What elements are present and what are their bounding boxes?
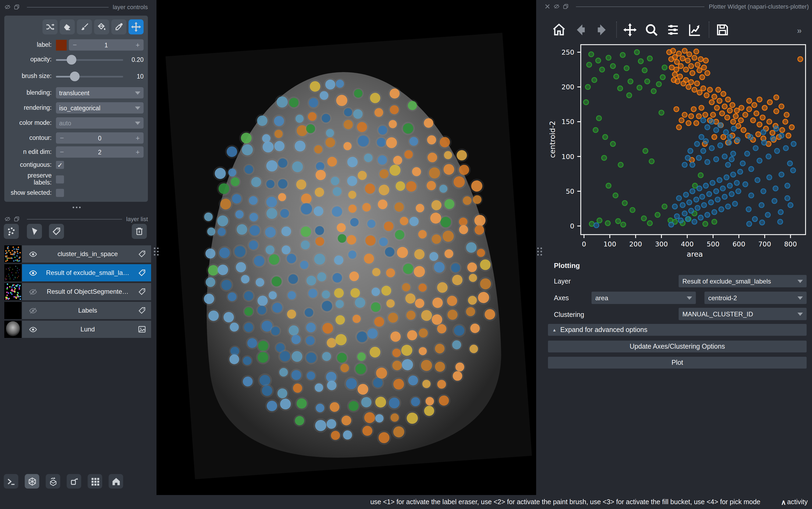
color-mode-label: color mode: — [9, 120, 51, 127]
close-icon[interactable] — [544, 3, 551, 10]
layer-row-labels[interactable]: Labels — [4, 302, 151, 319]
fill-bucket-button[interactable] — [94, 20, 109, 34]
delete-layer-button[interactable] — [132, 224, 147, 239]
expand-advanced-options[interactable]: ▲ Expand for advanced options — [548, 324, 807, 336]
float-dock-icon[interactable] — [13, 4, 20, 10]
activity-button[interactable]: ∧activity — [781, 498, 808, 506]
label-row: label: − 1 + — [9, 39, 144, 50]
labels-tag-icon — [138, 250, 146, 258]
hide-dock-icon[interactable] — [553, 3, 560, 10]
show-selected-checkbox[interactable] — [56, 189, 64, 197]
layer-row-exclude-small-labels[interactable]: Result of exclude_small_la… — [4, 264, 151, 281]
update-axes-clustering-button[interactable]: Update Axes/Clustering Options — [548, 341, 807, 352]
n-edit-dim-spinbox[interactable]: − 2 + — [56, 146, 144, 158]
label-decrement[interactable]: − — [69, 41, 81, 49]
contiguous-checkbox[interactable]: ✓ — [56, 161, 64, 169]
erase-label-button[interactable] — [60, 20, 75, 34]
contour-value[interactable]: 0 — [68, 135, 132, 141]
labels-tools-row — [9, 20, 144, 34]
rendering-dropdown[interactable]: iso_categorical — [56, 102, 144, 113]
layer-name: Labels — [38, 307, 138, 314]
paint-brush-button[interactable] — [77, 20, 92, 34]
mpl-back-button[interactable] — [573, 23, 588, 37]
toolbar-overflow-chevron[interactable]: » — [797, 26, 802, 35]
mpl-subplots-button[interactable] — [666, 23, 680, 37]
mpl-home-button[interactable] — [552, 23, 566, 37]
scatter-plot-canvas[interactable]: 0100200300400500600700800050100150200250… — [543, 42, 812, 258]
pan-zoom-button[interactable] — [128, 20, 144, 34]
layer-select-dropdown[interactable]: Result of exclude_small_labels — [679, 275, 807, 287]
visibility-eye-icon[interactable] — [29, 325, 38, 334]
label-increment[interactable]: + — [132, 41, 144, 49]
label-color-swatch[interactable] — [56, 39, 67, 50]
dock-drag-handle[interactable] — [154, 247, 159, 256]
contour-decrement[interactable]: − — [56, 134, 68, 142]
n-edit-dim-decrement[interactable]: − — [56, 148, 68, 156]
svg-text:100: 100 — [561, 153, 574, 161]
mpl-zoom-button[interactable] — [644, 23, 659, 37]
n-edit-dim-row: n edit dim: − 2 + — [9, 146, 144, 158]
n-edit-dim-value[interactable]: 2 — [68, 149, 132, 155]
label-value[interactable]: 1 — [81, 42, 132, 48]
contour-increment[interactable]: + — [132, 134, 144, 142]
layer-row-lund[interactable]: Lund — [4, 321, 151, 338]
mpl-pan-button[interactable] — [623, 23, 637, 37]
visibility-eye-icon[interactable] — [29, 268, 38, 277]
n-edit-dim-increment[interactable]: + — [132, 148, 144, 156]
dock-splitter-handle[interactable] — [73, 207, 81, 208]
preserve-labels-checkbox[interactable] — [56, 175, 64, 183]
mpl-forward-button[interactable] — [595, 23, 609, 37]
roll-dimensions-button[interactable] — [46, 474, 60, 488]
plotter-dock-header: Plotter Widget (napari-clusters-plotter) — [544, 3, 809, 10]
label-spinbox[interactable]: − 1 + — [69, 39, 144, 50]
brush-size-row: brush size: 10 — [9, 71, 144, 82]
contour-spinbox[interactable]: − 0 + — [56, 132, 144, 144]
layer-row-cluster-ids[interactable]: cluster_ids_in_space — [4, 245, 151, 263]
grid-view-button[interactable] — [88, 474, 102, 488]
mpl-customize-button[interactable] — [687, 23, 702, 37]
hide-dock-icon[interactable] — [4, 4, 11, 10]
svg-text:200: 200 — [629, 240, 642, 248]
viewer-canvas[interactable] — [156, 0, 536, 495]
color-picker-button[interactable] — [111, 20, 126, 34]
blending-dropdown[interactable]: translucent — [56, 87, 144, 98]
opacity-slider[interactable] — [56, 54, 123, 65]
layer-thumbnail — [4, 245, 22, 263]
toolbar-separator — [709, 22, 709, 38]
brush-size-slider[interactable] — [56, 71, 123, 82]
new-shapes-layer-button[interactable] — [27, 224, 42, 239]
clustering-dropdown[interactable]: MANUAL_CLUSTER_ID — [679, 308, 807, 320]
transpose-dimensions-button[interactable] — [67, 474, 81, 488]
status-bar: use <1> for activate the label eraser, u… — [0, 495, 812, 509]
x-axis-dropdown[interactable]: area — [592, 292, 696, 304]
shuffle-colors-button[interactable] — [42, 20, 58, 34]
float-dock-icon[interactable] — [13, 216, 20, 222]
svg-text:50: 50 — [566, 188, 574, 195]
reset-view-home-button[interactable] — [109, 474, 123, 488]
contour-label: contour: — [9, 135, 51, 141]
blending-label: blending: — [9, 89, 51, 96]
layer-row-object-segmented[interactable]: Result of ObjectSegmente… — [4, 283, 151, 300]
preserve-labels-label: preserve labels: — [9, 172, 51, 186]
hide-dock-icon[interactable] — [4, 216, 11, 222]
plot-button[interactable]: Plot — [548, 357, 807, 369]
visibility-eye-slash-icon[interactable] — [29, 306, 38, 315]
tag-icon — [51, 227, 61, 236]
new-labels-layer-button[interactable] — [49, 224, 64, 239]
opacity-label: opacity: — [9, 56, 51, 63]
visibility-eye-icon[interactable] — [29, 249, 38, 259]
toggle-ndisplay-button[interactable] — [25, 474, 39, 488]
mpl-save-button[interactable] — [715, 23, 730, 37]
svg-text:250: 250 — [561, 48, 574, 56]
y-axis-dropdown[interactable]: centroid-2 — [704, 292, 807, 304]
sample-image — [156, 0, 536, 495]
contiguous-label: contiguous: — [9, 161, 51, 168]
layer-thumbnail — [4, 283, 22, 300]
dock-drag-handle[interactable] — [537, 247, 542, 256]
color-mode-dropdown[interactable]: auto — [56, 117, 144, 129]
console-button[interactable] — [4, 474, 18, 488]
new-points-layer-button[interactable] — [4, 224, 19, 239]
float-dock-icon[interactable] — [562, 3, 569, 10]
visibility-eye-slash-icon[interactable] — [29, 287, 38, 296]
labels-tag-icon — [138, 269, 146, 277]
